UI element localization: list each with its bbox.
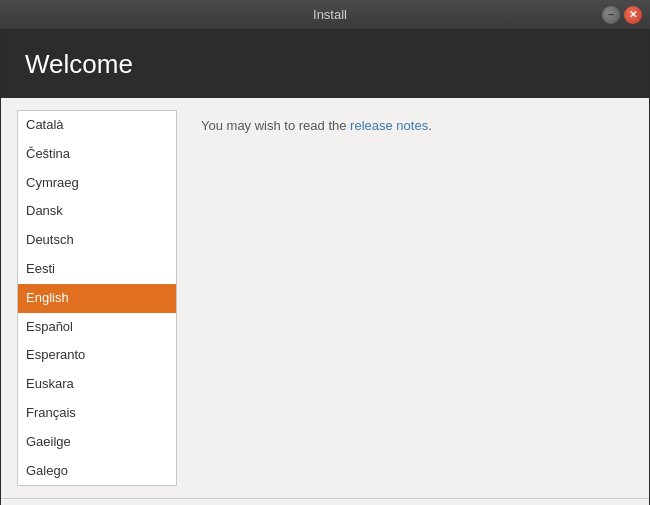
release-notes-suffix: . [428, 118, 432, 133]
language-item-esperanto[interactable]: Esperanto [18, 341, 176, 370]
language-item-cymraeg[interactable]: Cymraeg [18, 169, 176, 198]
right-panel: You may wish to read the release notes. [177, 98, 649, 498]
language-item-francais[interactable]: Français [18, 399, 176, 428]
header: Welcome [1, 31, 649, 98]
window-controls: – ✕ [602, 6, 642, 24]
language-item-gaeilge[interactable]: Gaeilge [18, 428, 176, 457]
release-notes-link[interactable]: release notes [350, 118, 428, 133]
language-item-dansk[interactable]: Dansk [18, 197, 176, 226]
main-window: Welcome CatalàČeštinaCymraegDanskDeutsch… [0, 30, 650, 505]
window-title: Install [58, 7, 602, 22]
language-item-catala[interactable]: Català [18, 111, 176, 140]
language-item-deutsch[interactable]: Deutsch [18, 226, 176, 255]
language-item-cestina[interactable]: Čeština [18, 140, 176, 169]
close-button[interactable]: ✕ [624, 6, 642, 24]
language-item-english[interactable]: English [18, 284, 176, 313]
language-item-espanol[interactable]: Español [18, 313, 176, 342]
page-title: Welcome [25, 49, 625, 80]
release-notes-prefix: You may wish to read the [201, 118, 350, 133]
footer: Quit Back Continue [1, 498, 649, 505]
language-item-eesti[interactable]: Eesti [18, 255, 176, 284]
language-item-euskara[interactable]: Euskara [18, 370, 176, 399]
release-notes-paragraph: You may wish to read the release notes. [201, 118, 625, 133]
language-item-galego[interactable]: Galego [18, 457, 176, 486]
language-list[interactable]: CatalàČeštinaCymraegDanskDeutschEestiEng… [17, 110, 177, 486]
titlebar: Install – ✕ [0, 0, 650, 30]
content-area: CatalàČeštinaCymraegDanskDeutschEestiEng… [1, 98, 649, 498]
minimize-button[interactable]: – [602, 6, 620, 24]
